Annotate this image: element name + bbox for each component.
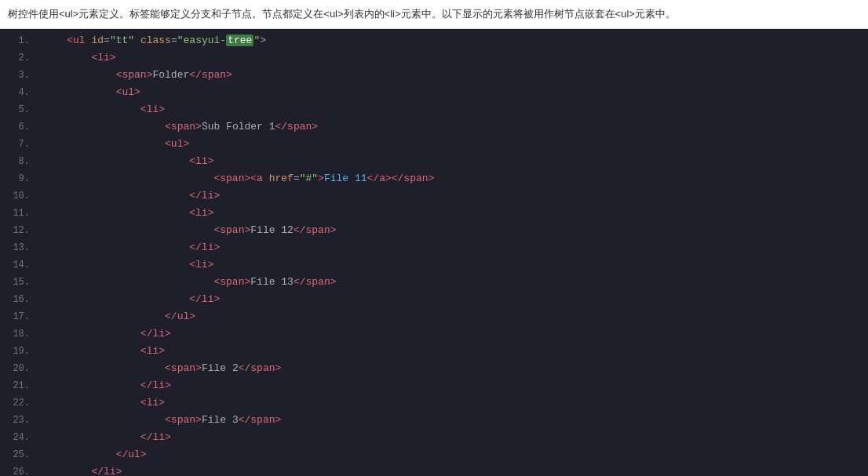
- line-number: 11.: [6, 205, 30, 222]
- code-content: <li>: [42, 49, 862, 67]
- code-line: 25. </ul>: [0, 446, 868, 463]
- line-number: 25.: [6, 446, 30, 463]
- line-number: 3.: [6, 67, 30, 84]
- code-line: 17. </ul>: [0, 308, 868, 325]
- code-content: <li>: [42, 256, 862, 274]
- code-content: <li>: [42, 101, 862, 118]
- code-line: 8. <li>: [0, 153, 868, 170]
- line-number: 15.: [6, 274, 30, 291]
- code-content: <li>: [42, 153, 862, 170]
- code-line: 7. <ul>: [0, 136, 868, 153]
- code-content: <span>File 13</span>: [42, 274, 862, 291]
- code-line: 4. <ul>: [0, 84, 868, 101]
- code-line: 24. </li>: [0, 429, 868, 446]
- line-number: 1.: [6, 32, 30, 49]
- code-line: 26. </li>: [0, 463, 868, 477]
- code-line: 5. <li>: [0, 101, 868, 118]
- line-number: 20.: [6, 360, 30, 377]
- code-content: <span>File 2</span>: [42, 360, 862, 377]
- code-content: </li>: [42, 187, 862, 205]
- line-number: 22.: [6, 394, 30, 412]
- code-content: <li>: [42, 205, 862, 222]
- line-number: 9.: [6, 170, 30, 187]
- code-line: 6. <span>Sub Folder 1</span>: [0, 118, 868, 136]
- code-line: 10. </li>: [0, 187, 868, 205]
- line-number: 17.: [6, 308, 30, 325]
- line-number: 7.: [6, 136, 30, 153]
- line-number: 12.: [6, 222, 30, 239]
- line-number: 16.: [6, 291, 30, 308]
- line-number: 4.: [6, 84, 30, 101]
- code-line: 16. </li>: [0, 291, 868, 308]
- code-line: 3. <span>Folder</span>: [0, 67, 868, 84]
- line-number: 5.: [6, 101, 30, 118]
- code-content: <span>File 12</span>: [42, 222, 862, 239]
- line-number: 23.: [6, 412, 30, 429]
- code-area: 1. <ul id="tt" class="easyui-tree">2. <l…: [0, 29, 868, 477]
- code-line: 2. <li>: [0, 49, 868, 67]
- line-number: 2.: [6, 49, 30, 67]
- code-line: 20. <span>File 2</span>: [0, 360, 868, 377]
- line-number: 18.: [6, 325, 30, 343]
- code-content: </li>: [42, 325, 862, 343]
- line-number: 6.: [6, 118, 30, 136]
- line-number: 13.: [6, 239, 30, 256]
- code-line: 19. <li>: [0, 343, 868, 360]
- code-line: 1. <ul id="tt" class="easyui-tree">: [0, 32, 868, 49]
- line-number: 26.: [6, 463, 30, 477]
- line-number: 21.: [6, 377, 30, 394]
- code-content: <ul>: [42, 84, 862, 101]
- code-line: 22. <li>: [0, 394, 868, 412]
- code-line: 13. </li>: [0, 239, 868, 256]
- code-line: 15. <span>File 13</span>: [0, 274, 868, 291]
- code-content: </li>: [42, 291, 862, 308]
- code-line: 11. <li>: [0, 205, 868, 222]
- code-content: </li>: [42, 377, 862, 394]
- code-line: 18. </li>: [0, 325, 868, 343]
- code-content: </li>: [42, 239, 862, 256]
- code-content: <ul id="tt" class="easyui-tree">: [42, 32, 862, 49]
- line-number: 14.: [6, 256, 30, 274]
- description-text: 树控件使用<ul>元素定义。标签能够定义分支和子节点。节点都定义在<ul>列表内…: [8, 8, 676, 20]
- code-content: <span><a href="#">File 11</a></span>: [42, 170, 862, 187]
- code-line: 21. </li>: [0, 377, 868, 394]
- line-number: 24.: [6, 429, 30, 446]
- code-content: </ul>: [42, 308, 862, 325]
- description-bar: 树控件使用<ul>元素定义。标签能够定义分支和子节点。节点都定义在<ul>列表内…: [0, 0, 868, 29]
- code-line: 23. <span>File 3</span>: [0, 412, 868, 429]
- code-line: 12. <span>File 12</span>: [0, 222, 868, 239]
- code-content: </ul>: [42, 446, 862, 463]
- code-content: <span>File 3</span>: [42, 412, 862, 429]
- line-number: 19.: [6, 343, 30, 360]
- code-content: <li>: [42, 394, 862, 412]
- code-content: <ul>: [42, 136, 862, 153]
- code-content: <span>Sub Folder 1</span>: [42, 118, 862, 136]
- page-container: 树控件使用<ul>元素定义。标签能够定义分支和子节点。节点都定义在<ul>列表内…: [0, 0, 868, 476]
- line-number: 10.: [6, 187, 30, 205]
- code-line: 14. <li>: [0, 256, 868, 274]
- line-number: 8.: [6, 153, 30, 170]
- code-content: <span>Folder</span>: [42, 67, 862, 84]
- code-content: <li>: [42, 343, 862, 360]
- code-content: </li>: [42, 429, 862, 446]
- code-line: 9. <span><a href="#">File 11</a></span>: [0, 170, 868, 187]
- code-content: </li>: [42, 463, 862, 477]
